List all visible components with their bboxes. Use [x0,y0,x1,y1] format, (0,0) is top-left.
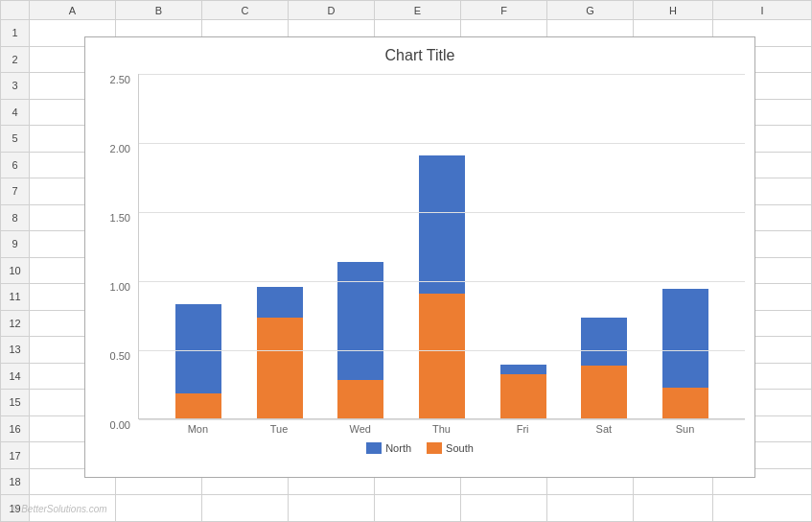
chart-title: Chart Title [95,47,745,64]
row-header-16: 16 [1,415,30,442]
col-header-a[interactable]: A [30,1,116,20]
watermark: © BetterSolutions.com [12,504,107,514]
bar-group [257,287,303,418]
gridline [139,419,745,420]
cell[interactable] [547,495,634,522]
gridline [139,143,745,144]
row-header-4: 4 [1,99,30,126]
cell[interactable] [713,495,812,522]
x-axis-label: Tue [256,423,302,435]
cell[interactable] [461,495,547,522]
bar-south [257,318,303,418]
row-header-5: 5 [1,126,30,153]
x-axis-label: Sun [662,423,708,435]
bar-south [500,374,546,418]
bar-group [175,304,221,419]
bar-north [175,304,221,394]
x-axis-label: Fri [499,423,545,435]
row-header-18: 18 [1,468,30,495]
col-header-h[interactable]: H [634,1,713,20]
bar-north [257,287,303,318]
gridline [139,281,745,282]
bar-south [175,393,221,418]
bar-south [419,294,465,418]
legend: North South [95,442,745,454]
legend-swatch-south [427,442,442,454]
y-axis-label: 2.00 [110,143,130,154]
bar-group [500,365,546,418]
x-axis-label: Sat [581,423,627,435]
bar-north [337,262,383,379]
cell[interactable] [375,495,461,522]
y-axis-label: 2.50 [110,74,130,85]
bar-north [419,155,465,294]
bar-south [337,380,383,418]
row-header-10: 10 [1,257,30,284]
row-header-3: 3 [1,73,30,100]
bars-area [139,74,745,418]
bar-north [500,365,546,374]
y-axis-label: 0.00 [110,419,130,431]
cell[interactable] [289,495,375,522]
col-header-g[interactable]: G [547,1,634,20]
x-axis-label: Thu [418,423,464,435]
bar-north [581,318,627,366]
chart-area: 2.502.001.501.000.500.00 [95,74,745,419]
col-header-f[interactable]: F [461,1,547,20]
row-header-13: 13 [1,337,30,364]
row-header-15: 15 [1,390,30,416]
cell[interactable] [116,495,202,522]
col-header-e[interactable]: E [375,1,461,20]
bar-group [419,155,465,418]
y-axis-label: 0.50 [110,350,130,362]
gridline [139,212,745,213]
row-header-7: 7 [1,178,30,205]
legend-swatch-north [366,442,382,454]
y-axis: 2.502.001.501.000.500.00 [95,74,138,419]
chart-container[interactable]: Chart Title 2.502.001.501.000.500.00 Mon… [84,36,755,478]
corner-header [1,1,30,20]
row-header-14: 14 [1,363,30,390]
x-labels: MonTueWedThuFriSatSun [138,419,745,435]
chart-plot [138,74,745,419]
legend-label-south: South [446,442,474,454]
y-axis-label: 1.00 [110,281,130,293]
row-header-8: 8 [1,204,30,231]
bar-south [581,366,627,418]
row-header-2: 2 [1,46,30,73]
legend-label-north: North [385,442,411,454]
gridline [139,74,745,75]
x-axis-label: Mon [174,423,220,435]
row-header-11: 11 [1,284,30,311]
bar-south [662,388,708,418]
cell[interactable] [202,495,289,522]
bar-north [662,289,708,389]
gridline [139,350,745,351]
row-header-6: 6 [1,152,30,178]
col-header-c[interactable]: C [202,1,289,20]
legend-item-north: North [366,442,411,454]
bar-group [581,318,627,418]
cell[interactable] [634,495,713,522]
x-axis-label: Wed [337,423,383,435]
spreadsheet: A B C D E F G H I 1234567891011121314151… [0,0,812,522]
bar-group [337,262,383,418]
y-axis-label: 1.50 [110,212,130,224]
row-header-12: 12 [1,310,30,337]
row-header-1: 1 [1,20,30,47]
row-header-9: 9 [1,231,30,258]
col-header-b[interactable]: B [116,1,202,20]
bar-group [662,289,708,418]
row-header-17: 17 [1,442,30,469]
legend-item-south: South [427,442,474,454]
col-header-i[interactable]: I [713,1,812,20]
col-header-d[interactable]: D [289,1,375,20]
